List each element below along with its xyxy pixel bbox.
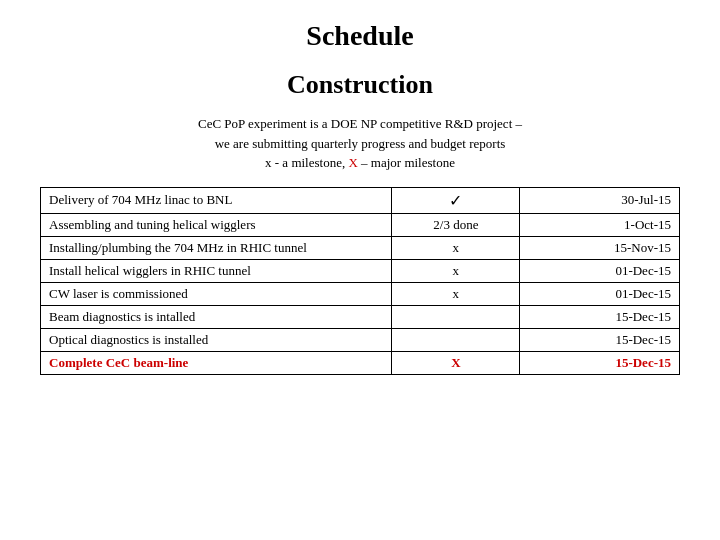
x-major-icon: X bbox=[451, 355, 460, 370]
status-cell: ✓ bbox=[392, 187, 520, 213]
status-cell bbox=[392, 305, 520, 328]
date-cell: 01-Dec-15 bbox=[520, 259, 680, 282]
date-cell: 01-Dec-15 bbox=[520, 282, 680, 305]
page: Schedule Construction CeC PoP experiment… bbox=[0, 0, 720, 540]
date-cell: 30-Jul-15 bbox=[520, 187, 680, 213]
checkmark-icon: ✓ bbox=[449, 192, 462, 209]
task-cell: Installing/plumbing the 704 MHz in RHIC … bbox=[41, 236, 392, 259]
status-cell: x bbox=[392, 282, 520, 305]
desc-line3-prefix: x - a milestone, bbox=[265, 155, 348, 170]
date-cell: 15-Dec-15 bbox=[520, 305, 680, 328]
table-wrapper: Delivery of 704 MHz linac to BNL✓30-Jul-… bbox=[40, 187, 680, 375]
date-cell: 15-Nov-15 bbox=[520, 236, 680, 259]
status-cell bbox=[392, 328, 520, 351]
description: CeC PoP experiment is a DOE NP competiti… bbox=[198, 114, 522, 173]
table-row: Assembling and tuning helical wigglers2/… bbox=[41, 213, 680, 236]
table-row: Delivery of 704 MHz linac to BNL✓30-Jul-… bbox=[41, 187, 680, 213]
desc-line1: CeC PoP experiment is a DOE NP competiti… bbox=[198, 114, 522, 134]
table-row: Beam diagnostics is intalled15-Dec-15 bbox=[41, 305, 680, 328]
status-cell: 2/3 done bbox=[392, 213, 520, 236]
date-cell: 1-Oct-15 bbox=[520, 213, 680, 236]
status-cell: X bbox=[392, 351, 520, 374]
table-row: Install helical wigglers in RHIC tunnelx… bbox=[41, 259, 680, 282]
table-row: Installing/plumbing the 704 MHz in RHIC … bbox=[41, 236, 680, 259]
schedule-table: Delivery of 704 MHz linac to BNL✓30-Jul-… bbox=[40, 187, 680, 375]
task-cell: Optical diagnostics is installed bbox=[41, 328, 392, 351]
task-cell: Complete CeC beam-line bbox=[41, 351, 392, 374]
desc-line3: x - a milestone, X – major milestone bbox=[198, 153, 522, 173]
status-cell: x bbox=[392, 236, 520, 259]
desc-line3-highlight: X bbox=[348, 155, 357, 170]
status-cell: x bbox=[392, 259, 520, 282]
table-row: Complete CeC beam-lineX15-Dec-15 bbox=[41, 351, 680, 374]
task-cell: Beam diagnostics is intalled bbox=[41, 305, 392, 328]
table-row: CW laser is commissionedx01-Dec-15 bbox=[41, 282, 680, 305]
task-cell: CW laser is commissioned bbox=[41, 282, 392, 305]
task-cell: Install helical wigglers in RHIC tunnel bbox=[41, 259, 392, 282]
date-cell: 15-Dec-15 bbox=[520, 328, 680, 351]
desc-line2: we are submitting quarterly progress and… bbox=[198, 134, 522, 154]
task-cell: Delivery of 704 MHz linac to BNL bbox=[41, 187, 392, 213]
date-cell: 15-Dec-15 bbox=[520, 351, 680, 374]
desc-line3-suffix: – major milestone bbox=[358, 155, 455, 170]
task-cell: Assembling and tuning helical wigglers bbox=[41, 213, 392, 236]
table-row: Optical diagnostics is installed15-Dec-1… bbox=[41, 328, 680, 351]
section-title: Construction bbox=[287, 70, 433, 100]
main-title: Schedule bbox=[306, 20, 413, 52]
